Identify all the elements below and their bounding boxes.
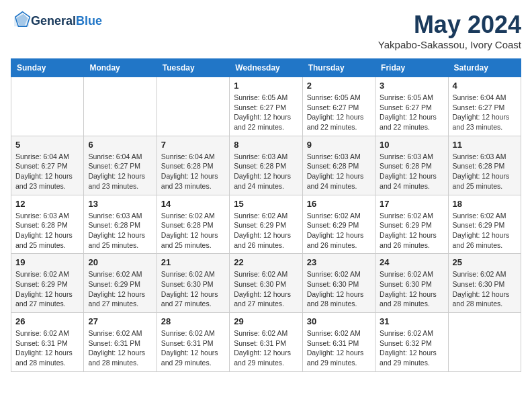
day-number: 17 <box>380 199 443 209</box>
day-info: Sunrise: 6:02 AM Sunset: 6:29 PM Dayligh… <box>380 211 443 250</box>
day-info: Sunrise: 6:02 AM Sunset: 6:29 PM Dayligh… <box>15 269 79 309</box>
calendar-week-row: 19Sunrise: 6:02 AM Sunset: 6:29 PM Dayli… <box>11 254 521 313</box>
day-info: Sunrise: 6:03 AM Sunset: 6:28 PM Dayligh… <box>234 152 298 191</box>
day-number: 22 <box>234 257 298 267</box>
calendar-cell: 19Sunrise: 6:02 AM Sunset: 6:29 PM Dayli… <box>11 254 84 313</box>
calendar-cell: 26Sunrise: 6:02 AM Sunset: 6:31 PM Dayli… <box>11 313 84 372</box>
title-area: May 2024 Yakpabo-Sakassou, Ivory Coast <box>378 11 521 50</box>
day-number: 23 <box>307 257 371 267</box>
day-number: 1 <box>234 81 298 91</box>
day-number: 6 <box>88 140 152 150</box>
day-number: 7 <box>161 140 225 150</box>
calendar-cell: 24Sunrise: 6:02 AM Sunset: 6:30 PM Dayli… <box>375 254 448 313</box>
day-number: 20 <box>88 257 152 267</box>
calendar-cell: 17Sunrise: 6:02 AM Sunset: 6:29 PM Dayli… <box>375 195 448 254</box>
calendar-cell: 25Sunrise: 6:02 AM Sunset: 6:30 PM Dayli… <box>448 254 521 313</box>
day-info: Sunrise: 6:02 AM Sunset: 6:30 PM Dayligh… <box>234 269 298 309</box>
logo-icon <box>12 11 31 30</box>
logo-blue-text: Blue <box>76 15 102 28</box>
day-number: 9 <box>307 140 371 150</box>
weekday-header: Saturday <box>448 59 521 77</box>
day-number: 14 <box>161 199 225 209</box>
calendar-table: SundayMondayTuesdayWednesdayThursdayFrid… <box>11 58 521 372</box>
day-number: 21 <box>161 257 225 267</box>
day-info: Sunrise: 6:02 AM Sunset: 6:31 PM Dayligh… <box>234 328 298 368</box>
day-number: 24 <box>380 257 443 267</box>
day-info: Sunrise: 6:02 AM Sunset: 6:31 PM Dayligh… <box>307 328 371 368</box>
day-info: Sunrise: 6:02 AM Sunset: 6:30 PM Dayligh… <box>453 269 517 309</box>
day-number: 11 <box>453 140 517 150</box>
day-number: 16 <box>307 199 371 209</box>
calendar-week-row: 26Sunrise: 6:02 AM Sunset: 6:31 PM Dayli… <box>11 313 521 372</box>
day-info: Sunrise: 6:04 AM Sunset: 6:27 PM Dayligh… <box>88 152 152 191</box>
calendar-cell: 1Sunrise: 6:05 AM Sunset: 6:27 PM Daylig… <box>230 77 302 136</box>
calendar-week-row: 12Sunrise: 6:03 AM Sunset: 6:28 PM Dayli… <box>11 195 521 254</box>
day-info: Sunrise: 6:02 AM Sunset: 6:29 PM Dayligh… <box>453 211 517 250</box>
calendar-cell: 20Sunrise: 6:02 AM Sunset: 6:29 PM Dayli… <box>84 254 157 313</box>
day-info: Sunrise: 6:02 AM Sunset: 6:31 PM Dayligh… <box>15 328 79 368</box>
calendar-week-row: 5Sunrise: 6:04 AM Sunset: 6:27 PM Daylig… <box>11 136 521 195</box>
day-info: Sunrise: 6:04 AM Sunset: 6:27 PM Dayligh… <box>15 152 79 191</box>
day-info: Sunrise: 6:03 AM Sunset: 6:28 PM Dayligh… <box>380 152 443 191</box>
page-header: General Blue May 2024 Yakpabo-Sakassou, … <box>11 11 521 50</box>
weekday-header: Thursday <box>302 59 375 77</box>
day-info: Sunrise: 6:02 AM Sunset: 6:30 PM Dayligh… <box>380 269 443 309</box>
day-number: 12 <box>15 199 79 209</box>
day-info: Sunrise: 6:03 AM Sunset: 6:28 PM Dayligh… <box>453 152 517 191</box>
day-info: Sunrise: 6:02 AM Sunset: 6:30 PM Dayligh… <box>161 269 225 309</box>
calendar-cell: 29Sunrise: 6:02 AM Sunset: 6:31 PM Dayli… <box>230 313 302 372</box>
day-info: Sunrise: 6:02 AM Sunset: 6:29 PM Dayligh… <box>234 211 298 250</box>
calendar-cell: 9Sunrise: 6:03 AM Sunset: 6:28 PM Daylig… <box>302 136 375 195</box>
calendar-cell: 15Sunrise: 6:02 AM Sunset: 6:29 PM Dayli… <box>230 195 302 254</box>
calendar-cell: 23Sunrise: 6:02 AM Sunset: 6:30 PM Dayli… <box>302 254 375 313</box>
calendar-header-row: SundayMondayTuesdayWednesdayThursdayFrid… <box>11 59 521 77</box>
day-info: Sunrise: 6:02 AM Sunset: 6:31 PM Dayligh… <box>88 328 152 368</box>
logo-general-text: General <box>31 15 76 28</box>
calendar-cell: 31Sunrise: 6:02 AM Sunset: 6:32 PM Dayli… <box>375 313 448 372</box>
day-info: Sunrise: 6:02 AM Sunset: 6:30 PM Dayligh… <box>307 269 371 309</box>
calendar-cell <box>448 313 521 372</box>
calendar-cell: 14Sunrise: 6:02 AM Sunset: 6:28 PM Dayli… <box>157 195 229 254</box>
day-number: 31 <box>380 316 443 326</box>
day-number: 29 <box>234 316 298 326</box>
day-info: Sunrise: 6:02 AM Sunset: 6:29 PM Dayligh… <box>307 211 371 250</box>
calendar-cell: 27Sunrise: 6:02 AM Sunset: 6:31 PM Dayli… <box>84 313 157 372</box>
calendar-cell: 13Sunrise: 6:03 AM Sunset: 6:28 PM Dayli… <box>84 195 157 254</box>
day-number: 2 <box>307 81 371 91</box>
calendar-cell: 18Sunrise: 6:02 AM Sunset: 6:29 PM Dayli… <box>448 195 521 254</box>
day-number: 28 <box>161 316 225 326</box>
day-number: 18 <box>453 199 517 209</box>
calendar-week-row: 1Sunrise: 6:05 AM Sunset: 6:27 PM Daylig… <box>11 77 521 136</box>
day-number: 3 <box>380 81 443 91</box>
calendar-cell: 28Sunrise: 6:02 AM Sunset: 6:31 PM Dayli… <box>157 313 229 372</box>
day-info: Sunrise: 6:02 AM Sunset: 6:28 PM Dayligh… <box>161 211 225 250</box>
location-title: Yakpabo-Sakassou, Ivory Coast <box>378 39 521 50</box>
calendar-cell <box>157 77 229 136</box>
day-number: 13 <box>88 199 152 209</box>
day-number: 5 <box>15 140 79 150</box>
day-info: Sunrise: 6:04 AM Sunset: 6:27 PM Dayligh… <box>453 93 517 132</box>
calendar-cell: 2Sunrise: 6:05 AM Sunset: 6:27 PM Daylig… <box>302 77 375 136</box>
day-info: Sunrise: 6:02 AM Sunset: 6:31 PM Dayligh… <box>161 328 225 368</box>
calendar-cell: 30Sunrise: 6:02 AM Sunset: 6:31 PM Dayli… <box>302 313 375 372</box>
day-info: Sunrise: 6:05 AM Sunset: 6:27 PM Dayligh… <box>234 93 298 132</box>
logo: General Blue <box>11 11 102 32</box>
day-number: 4 <box>453 81 517 91</box>
month-title: May 2024 <box>378 11 521 39</box>
calendar-cell: 22Sunrise: 6:02 AM Sunset: 6:30 PM Dayli… <box>230 254 302 313</box>
calendar-cell: 5Sunrise: 6:04 AM Sunset: 6:27 PM Daylig… <box>11 136 84 195</box>
weekday-header: Wednesday <box>230 59 302 77</box>
calendar-cell: 4Sunrise: 6:04 AM Sunset: 6:27 PM Daylig… <box>448 77 521 136</box>
calendar-cell <box>11 77 84 136</box>
calendar-cell: 6Sunrise: 6:04 AM Sunset: 6:27 PM Daylig… <box>84 136 157 195</box>
day-info: Sunrise: 6:03 AM Sunset: 6:28 PM Dayligh… <box>15 211 79 250</box>
day-info: Sunrise: 6:05 AM Sunset: 6:27 PM Dayligh… <box>307 93 371 132</box>
day-number: 10 <box>380 140 443 150</box>
calendar-cell: 21Sunrise: 6:02 AM Sunset: 6:30 PM Dayli… <box>157 254 229 313</box>
calendar-cell: 12Sunrise: 6:03 AM Sunset: 6:28 PM Dayli… <box>11 195 84 254</box>
weekday-header: Monday <box>84 59 157 77</box>
calendar-cell: 16Sunrise: 6:02 AM Sunset: 6:29 PM Dayli… <box>302 195 375 254</box>
calendar-cell <box>84 77 157 136</box>
weekday-header: Friday <box>375 59 448 77</box>
day-info: Sunrise: 6:05 AM Sunset: 6:27 PM Dayligh… <box>380 93 443 132</box>
